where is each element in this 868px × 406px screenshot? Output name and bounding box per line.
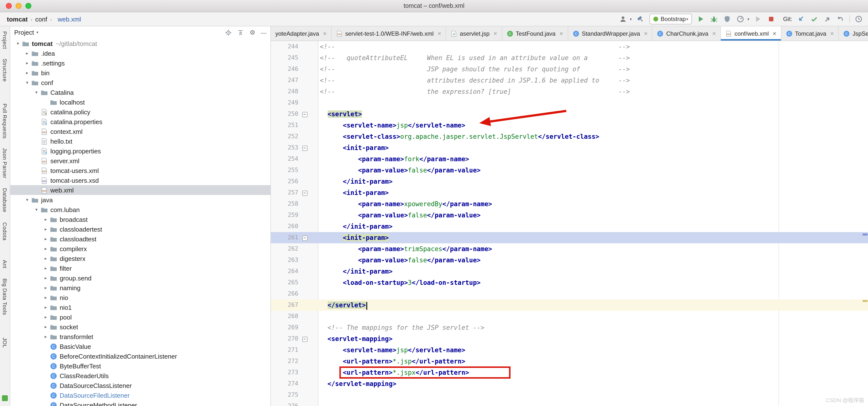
- code-text[interactable]: <!-- JSP page should the rules for quoti…: [311, 64, 630, 75]
- debug-bug-icon[interactable]: [710, 15, 719, 24]
- code-text[interactable]: </init-param>: [311, 266, 393, 277]
- fold-minus-icon[interactable]: −: [302, 145, 307, 151]
- tree-item[interactable]: localhost: [10, 97, 271, 107]
- code-text[interactable]: <init-param>: [311, 187, 389, 198]
- chevron-right-icon[interactable]: ▸: [42, 315, 50, 319]
- build-hammer-icon[interactable]: [636, 15, 645, 24]
- git-push-icon[interactable]: [823, 15, 832, 24]
- code-line[interactable]: 263 <param-value>false</param-value>: [271, 255, 868, 266]
- code-line[interactable]: 276: [271, 401, 868, 406]
- code-text[interactable]: <!-- the expression? [true] -->: [311, 86, 630, 97]
- collapse-all-icon[interactable]: [238, 29, 244, 36]
- tree-item[interactable]: CDataSourceMethodListener: [10, 400, 271, 406]
- code-text[interactable]: <servlet-name>jsp</servlet-name>: [311, 120, 465, 131]
- code-text[interactable]: <param-value>false</param-value>: [311, 165, 481, 176]
- code-line[interactable]: 246<!-- JSP page should the rules for qu…: [271, 64, 868, 75]
- tab-close-icon[interactable]: ×: [559, 30, 563, 37]
- code-line[interactable]: 252 <servlet-class>org.apache.jasper.ser…: [271, 131, 868, 142]
- chevron-right-icon[interactable]: ▸: [42, 227, 50, 232]
- code-line[interactable]: 249: [271, 97, 868, 108]
- tab-close-icon[interactable]: ×: [323, 30, 327, 37]
- tree-item[interactable]: ▸compilerx: [10, 244, 271, 253]
- code-text[interactable]: <!-- -->: [311, 41, 630, 52]
- code-line[interactable]: 271 <servlet-name>jsp</servlet-name>: [271, 344, 868, 356]
- breadcrumb-item[interactable]: tomcat: [7, 15, 28, 23]
- tree-item[interactable]: CByteBufferTest: [10, 361, 271, 371]
- tree-item[interactable]: ▸classloadertest: [10, 224, 271, 234]
- code-line[interactable]: 257− <init-param>: [271, 187, 868, 198]
- tree-item[interactable]: ▾tomcat~/gitlab/tomcat: [10, 39, 271, 48]
- code-line[interactable]: 259 <param-value>false</param-value>: [271, 210, 868, 221]
- fold-minus-icon[interactable]: −: [302, 236, 307, 241]
- code-text[interactable]: <url-pattern>*.jspx</url-pattern>: [311, 367, 469, 378]
- chevron-right-icon[interactable]: ▸: [42, 285, 50, 290]
- tree-item[interactable]: hello.txt: [10, 136, 271, 146]
- code-line[interactable]: 247<!-- attributes described in JSP.1.6 …: [271, 75, 868, 86]
- coverage-icon[interactable]: [723, 15, 732, 24]
- chevron-down-icon[interactable]: ▾: [33, 90, 40, 95]
- stop-icon[interactable]: [767, 15, 776, 24]
- breadcrumb-item[interactable]: web.xml: [58, 15, 81, 23]
- code-text[interactable]: </servlet>: [311, 300, 367, 311]
- settings-gear-icon[interactable]: ⚙: [250, 29, 255, 36]
- code-line[interactable]: 266: [271, 288, 868, 300]
- tree-item[interactable]: ▾Catalina: [10, 88, 271, 97]
- tree-item[interactable]: catalina.policy: [10, 107, 271, 117]
- tool-window-button-ant[interactable]: Ant: [2, 260, 8, 269]
- tree-item[interactable]: ▸group.send: [10, 273, 271, 283]
- tree-item[interactable]: </>tomcat-users.xml: [10, 166, 271, 175]
- code-line[interactable]: 264 </init-param>: [271, 266, 868, 277]
- code-line[interactable]: 248<!-- the expression? [true] -->: [271, 86, 868, 97]
- editor-tab[interactable]: Jaservlet.jsp×: [446, 26, 502, 40]
- chevron-right-icon[interactable]: ▸: [24, 51, 31, 56]
- tree-item[interactable]: CBeforeContextInitializedContainerListen…: [10, 351, 271, 361]
- chevron-down-icon[interactable]: ▾: [24, 80, 31, 85]
- code-line[interactable]: 258 <param-name>xpoweredBy</param-name>: [271, 198, 868, 210]
- code-line[interactable]: 268: [271, 311, 868, 322]
- chevron-right-icon[interactable]: ▸: [42, 325, 50, 329]
- code-line[interactable]: 245<!-- quoteAttributeEL When EL is used…: [271, 52, 868, 64]
- code-line[interactable]: 275: [271, 390, 868, 401]
- tree-item[interactable]: ▸.idea: [10, 48, 271, 58]
- chevron-down-icon[interactable]: ▾: [24, 197, 31, 202]
- chevron-right-icon[interactable]: ▸: [42, 217, 50, 222]
- tool-window-button-database[interactable]: Database: [2, 188, 8, 212]
- editor-tab[interactable]: CCharChunk.java×: [653, 26, 721, 40]
- code-line[interactable]: 253− <init-param>: [271, 142, 868, 154]
- tree-item[interactable]: ▸.settings: [10, 58, 271, 68]
- tool-window-button-codota[interactable]: Codota: [2, 222, 8, 241]
- run-icon[interactable]: [696, 15, 705, 24]
- tool-window-button-jol[interactable]: JOL: [2, 337, 8, 348]
- chevron-right-icon[interactable]: ▸: [42, 266, 50, 271]
- editor-tab[interactable]: yoteAdapter.java×: [271, 26, 332, 40]
- code-text[interactable]: <param-name>xpoweredBy</param-name>: [311, 198, 492, 210]
- tree-item[interactable]: CDataSourceClassListener: [10, 381, 271, 391]
- tree-item[interactable]: CClassReaderUtils: [10, 371, 271, 381]
- user-icon[interactable]: [619, 15, 627, 24]
- editor-tab[interactable]: CStandardWrapper.java×: [568, 26, 653, 40]
- scrollbar-mark[interactable]: [863, 300, 868, 302]
- code-line[interactable]: 274 </servlet-mapping>: [271, 378, 868, 390]
- chevron-right-icon[interactable]: ▸: [42, 256, 50, 261]
- tool-window-button-json-parser[interactable]: Json Parser: [2, 148, 8, 178]
- tree-item[interactable]: ▸digesterx: [10, 253, 271, 263]
- code-line[interactable]: 260 </init-param>: [271, 221, 868, 232]
- profiler-icon[interactable]: [736, 15, 745, 24]
- git-commit-check-icon[interactable]: [810, 15, 818, 24]
- tab-close-icon[interactable]: ×: [493, 30, 497, 37]
- code-line[interactable]: 272 <url-pattern>*.jsp</url-pattern>: [271, 356, 868, 367]
- code-text[interactable]: <servlet-mapping>: [311, 333, 393, 344]
- chevron-down-icon[interactable]: ▾: [36, 30, 38, 35]
- fold-minus-icon[interactable]: −: [302, 112, 307, 117]
- code-text[interactable]: <!-- quoteAttributeEL When EL is used in…: [311, 52, 630, 64]
- chevron-right-icon[interactable]: ▸: [24, 70, 31, 75]
- tool-window-button-project[interactable]: Project: [2, 31, 8, 49]
- tree-item[interactable]: ▸filter: [10, 263, 271, 273]
- chevron-down-icon[interactable]: ▾: [33, 207, 40, 212]
- tree-item[interactable]: ▸bin: [10, 68, 271, 78]
- chevron-right-icon[interactable]: ▸: [42, 295, 50, 300]
- code-line[interactable]: 255 <param-value>false</param-value>: [271, 165, 868, 176]
- chevron-right-icon[interactable]: ▸: [42, 246, 50, 251]
- locate-file-icon[interactable]: [225, 29, 232, 36]
- code-text[interactable]: </servlet-mapping>: [311, 378, 396, 390]
